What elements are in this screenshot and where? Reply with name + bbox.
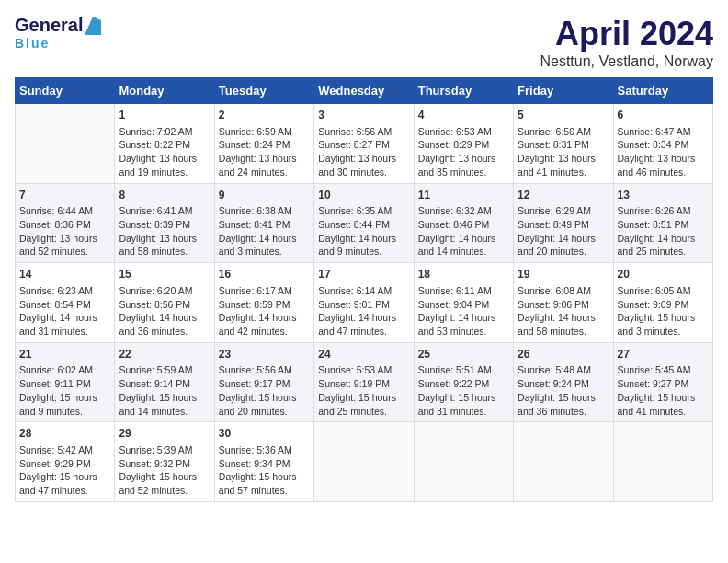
calendar-cell: 17Sunrise: 6:14 AMSunset: 9:01 PMDayligh… xyxy=(314,263,414,343)
day-info-line: Sunrise: 5:39 AM xyxy=(119,443,210,457)
day-info-line: and 57 minutes. xyxy=(219,484,310,498)
column-header-friday: Friday xyxy=(514,78,613,104)
day-number: 13 xyxy=(618,188,709,203)
day-info-line: Daylight: 14 hours xyxy=(119,311,210,325)
day-number: 26 xyxy=(518,347,609,362)
day-info-line: Sunset: 8:51 PM xyxy=(618,218,709,232)
day-info-line: and 14 minutes. xyxy=(418,245,509,259)
day-info-line: Sunrise: 6:59 AM xyxy=(219,125,310,139)
day-number: 20 xyxy=(618,267,709,282)
day-info-line: Daylight: 15 hours xyxy=(219,470,310,484)
calendar-cell: 21Sunrise: 6:02 AMSunset: 9:11 PMDayligh… xyxy=(16,342,115,422)
day-info-line: Sunrise: 5:36 AM xyxy=(219,443,310,457)
day-number: 19 xyxy=(518,267,609,282)
day-info-line: Sunrise: 6:17 AM xyxy=(219,284,310,298)
day-info-line: and 36 minutes. xyxy=(119,325,210,339)
day-info-line: Daylight: 15 hours xyxy=(119,470,210,484)
day-info-line: Daylight: 15 hours xyxy=(518,391,609,405)
day-info-line: Daylight: 14 hours xyxy=(518,311,609,325)
calendar-cell xyxy=(16,104,115,184)
day-number: 24 xyxy=(318,347,409,362)
week-row-5: 28Sunrise: 5:42 AMSunset: 9:29 PMDayligh… xyxy=(16,422,713,502)
day-info-line: Sunrise: 6:14 AM xyxy=(318,284,409,298)
day-info-line: Daylight: 15 hours xyxy=(318,391,409,405)
logo-blue: Blue xyxy=(15,36,50,51)
day-info-line: and 42 minutes. xyxy=(219,325,310,339)
day-info-line: Sunrise: 5:42 AM xyxy=(19,443,110,457)
day-number: 6 xyxy=(618,108,709,123)
day-info-line: Daylight: 14 hours xyxy=(318,311,409,325)
calendar-cell: 26Sunrise: 5:48 AMSunset: 9:24 PMDayligh… xyxy=(514,342,613,422)
location: Nesttun, Vestland, Norway xyxy=(540,53,713,70)
calendar-cell: 29Sunrise: 5:39 AMSunset: 9:32 PMDayligh… xyxy=(115,422,214,502)
page-header: General Blue April 2024 Nesttun, Vestlan… xyxy=(15,15,713,70)
day-info-line: Sunset: 8:36 PM xyxy=(19,218,110,232)
day-info-line: Daylight: 13 hours xyxy=(518,152,609,166)
day-number: 3 xyxy=(318,108,409,123)
day-number: 30 xyxy=(219,426,310,442)
column-header-thursday: Thursday xyxy=(414,78,513,104)
calendar-cell: 2Sunrise: 6:59 AMSunset: 8:24 PMDaylight… xyxy=(214,104,313,184)
day-info-line: and 46 minutes. xyxy=(618,166,709,179)
day-info-line: and 14 minutes. xyxy=(119,405,210,419)
day-info-line: Sunset: 9:04 PM xyxy=(418,298,509,312)
day-info-line: Daylight: 13 hours xyxy=(219,152,310,166)
calendar-cell: 9Sunrise: 6:38 AMSunset: 8:41 PMDaylight… xyxy=(214,183,313,263)
day-info-line: Sunset: 8:27 PM xyxy=(318,138,409,152)
day-info-line: Daylight: 14 hours xyxy=(19,311,110,325)
day-info-line: Sunset: 9:22 PM xyxy=(418,377,509,391)
day-info-line: Sunrise: 6:20 AM xyxy=(119,284,210,298)
calendar-cell xyxy=(314,422,414,502)
calendar-cell xyxy=(514,422,613,502)
day-number: 21 xyxy=(19,347,110,362)
day-info-line: and 35 minutes. xyxy=(418,166,509,179)
calendar-cell: 1Sunrise: 7:02 AMSunset: 8:22 PMDaylight… xyxy=(115,104,214,184)
day-number: 22 xyxy=(119,347,210,362)
day-number: 11 xyxy=(418,188,509,203)
day-info-line: and 30 minutes. xyxy=(318,166,409,179)
day-info-line: Sunset: 8:46 PM xyxy=(418,218,509,232)
day-info-line: Daylight: 15 hours xyxy=(219,391,310,405)
calendar-cell: 25Sunrise: 5:51 AMSunset: 9:22 PMDayligh… xyxy=(414,342,513,422)
day-info-line: Sunrise: 6:38 AM xyxy=(219,204,310,218)
day-info-line: Sunrise: 6:44 AM xyxy=(19,204,110,218)
column-header-sunday: Sunday xyxy=(16,78,115,104)
column-header-wednesday: Wednesday xyxy=(314,78,414,104)
day-info-line: Sunset: 9:09 PM xyxy=(618,298,709,312)
day-info-line: Sunset: 8:29 PM xyxy=(418,138,509,152)
title-block: April 2024 Nesttun, Vestland, Norway xyxy=(540,15,713,70)
day-info-line: and 20 minutes. xyxy=(518,245,609,259)
day-info-line: Sunset: 9:32 PM xyxy=(119,457,210,471)
day-info-line: Sunset: 9:01 PM xyxy=(318,298,409,312)
logo-arrow-icon xyxy=(85,17,101,35)
calendar-cell: 13Sunrise: 6:26 AMSunset: 8:51 PMDayligh… xyxy=(613,183,712,263)
calendar-cell: 24Sunrise: 5:53 AMSunset: 9:19 PMDayligh… xyxy=(314,342,414,422)
column-header-monday: Monday xyxy=(115,78,214,104)
day-info-line: Sunrise: 6:11 AM xyxy=(418,284,509,298)
day-info-line: and 52 minutes. xyxy=(19,245,110,259)
calendar-cell: 27Sunrise: 5:45 AMSunset: 9:27 PMDayligh… xyxy=(613,342,712,422)
calendar-header-row: SundayMondayTuesdayWednesdayThursdayFrid… xyxy=(16,78,713,104)
day-info-line: Sunrise: 5:53 AM xyxy=(318,363,409,377)
day-number: 8 xyxy=(119,188,210,203)
day-number: 16 xyxy=(219,267,310,282)
day-info-line: and 3 minutes. xyxy=(219,245,310,259)
calendar-cell: 18Sunrise: 6:11 AMSunset: 9:04 PMDayligh… xyxy=(414,263,513,343)
day-info-line: Sunset: 9:27 PM xyxy=(618,377,709,391)
day-info-line: Sunset: 9:19 PM xyxy=(318,377,409,391)
calendar-cell: 7Sunrise: 6:44 AMSunset: 8:36 PMDaylight… xyxy=(16,183,115,263)
day-info-line: Daylight: 15 hours xyxy=(19,391,110,405)
day-info-line: Daylight: 15 hours xyxy=(418,391,509,405)
day-number: 9 xyxy=(219,188,310,203)
day-info-line: and 53 minutes. xyxy=(418,325,509,339)
day-info-line: Daylight: 14 hours xyxy=(318,232,409,246)
calendar-cell: 20Sunrise: 6:05 AMSunset: 9:09 PMDayligh… xyxy=(613,263,712,343)
calendar-table: SundayMondayTuesdayWednesdayThursdayFrid… xyxy=(15,77,713,502)
calendar-cell: 19Sunrise: 6:08 AMSunset: 9:06 PMDayligh… xyxy=(514,263,613,343)
calendar-cell: 22Sunrise: 5:59 AMSunset: 9:14 PMDayligh… xyxy=(115,342,214,422)
day-number: 18 xyxy=(418,267,509,282)
column-header-tuesday: Tuesday xyxy=(214,78,313,104)
day-info-line: and 24 minutes. xyxy=(219,166,310,179)
day-info-line: Daylight: 14 hours xyxy=(618,232,709,246)
day-number: 5 xyxy=(518,108,609,123)
